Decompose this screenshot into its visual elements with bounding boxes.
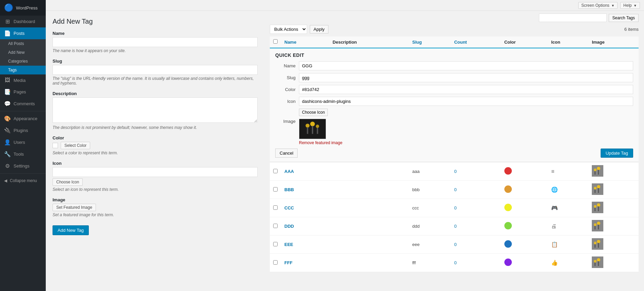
screen-options-button[interactable]: Screen Options ▼ (578, 2, 618, 9)
row-checkbox[interactable] (273, 205, 278, 210)
svg-point-8 (594, 169, 597, 171)
select-all-checkbox[interactable] (273, 39, 278, 44)
sidebar-item-pages[interactable]: 📑 Pages (0, 86, 46, 98)
tag-name-link[interactable]: CCC (284, 205, 294, 210)
row-checkbox[interactable] (273, 224, 278, 228)
svg-point-23 (594, 223, 597, 226)
slug-input[interactable] (53, 65, 258, 75)
qe-color-input[interactable] (299, 85, 633, 94)
sidebar-item-dashboard[interactable]: ⊞ Dashboard (0, 16, 46, 27)
row-checkbox[interactable] (273, 242, 278, 246)
cancel-button[interactable]: Cancel (275, 149, 298, 158)
sidebar-item-categories[interactable]: Categories (0, 57, 46, 66)
description-hint: The description is not prominent by defa… (53, 125, 258, 130)
tag-count-link[interactable]: 0 (454, 224, 457, 229)
sidebar-item-all-posts[interactable]: All Posts (0, 39, 46, 48)
collapse-icon: ◀ (4, 178, 7, 183)
svg-rect-12 (592, 183, 603, 195)
svg-rect-31 (598, 243, 599, 248)
color-label: Color (53, 135, 258, 140)
col-name[interactable]: Name (281, 37, 329, 48)
quick-edit-title: QUICK EDIT (275, 52, 633, 58)
tag-icon-symbol: 🎮 (551, 205, 558, 211)
select-color-button[interactable]: Select Color (61, 142, 90, 149)
svg-rect-10 (595, 171, 596, 175)
choose-icon-button[interactable]: Choose Icon (53, 178, 83, 186)
tag-count-link[interactable]: 0 (454, 187, 457, 192)
tag-name-link[interactable]: FFF (284, 260, 293, 265)
tag-list-panel: Search Tags Bulk Actions Apply 6 items (264, 11, 644, 291)
table-row: FFF fff 0 👍 (270, 254, 639, 272)
sidebar-item-comments[interactable]: 💬 Comments (0, 98, 46, 110)
svg-rect-15 (595, 189, 596, 193)
tag-count-link[interactable]: 0 (454, 205, 457, 210)
row-checkbox[interactable] (273, 169, 278, 173)
tag-name-link[interactable]: DDD (284, 224, 294, 229)
slug-field-row: Slug The "slug" is the URL-friendly vers… (53, 59, 258, 86)
svg-point-14 (597, 185, 600, 188)
description-input[interactable] (53, 97, 258, 123)
tag-count-link[interactable]: 0 (454, 242, 457, 247)
search-tags-button[interactable]: Search Tags (609, 14, 639, 22)
qe-slug-input[interactable] (299, 73, 633, 82)
col-image: Image (588, 37, 639, 48)
sidebar-item-add-new[interactable]: Add New (0, 48, 46, 57)
qe-choose-icon-button[interactable]: Choose Icon (299, 109, 328, 116)
sidebar-item-plugins[interactable]: 🔌 Plugins (0, 125, 46, 136)
description-field-row: Description The description is not promi… (53, 91, 258, 130)
name-input[interactable] (53, 37, 258, 47)
row-checkbox[interactable] (273, 187, 278, 192)
qe-choose-icon-row: Choose Icon (275, 109, 633, 116)
name-field-row: Name The name is how it appears on your … (53, 31, 258, 53)
apply-button[interactable]: Apply (310, 25, 328, 33)
svg-rect-26 (598, 225, 599, 229)
tag-icon-symbol: 👍 (551, 260, 558, 266)
sidebar-item-settings[interactable]: ⚙ Settings (0, 160, 46, 172)
tag-description (329, 236, 409, 254)
set-featured-image-button[interactable]: Set Featured Image (53, 204, 96, 211)
bulk-actions-select[interactable]: Bulk Actions (270, 25, 307, 34)
tags-label: Tags (8, 68, 17, 72)
tag-description (329, 162, 409, 181)
all-posts-label: All Posts (8, 41, 24, 46)
svg-rect-17 (592, 202, 603, 213)
tag-slug: aaa (409, 162, 451, 181)
qe-name-input[interactable] (299, 61, 633, 70)
tag-count-link[interactable]: 0 (454, 260, 457, 265)
svg-rect-5 (312, 126, 313, 134)
sidebar-item-media[interactable]: 🖼 Media (0, 74, 46, 86)
qe-icon-label: Icon (275, 99, 296, 104)
icon-input[interactable] (53, 167, 258, 177)
sidebar-item-posts[interactable]: 📄 Posts (0, 27, 46, 39)
tag-name-link[interactable]: AAA (284, 169, 294, 174)
svg-rect-35 (595, 263, 596, 266)
svg-point-1 (306, 124, 310, 128)
quick-edit-row: QUICK EDIT Name Slug (270, 48, 639, 162)
topbar: Screen Options ▼ Help ▼ (46, 0, 644, 11)
svg-rect-30 (595, 244, 596, 248)
update-tag-button[interactable]: Update Tag (601, 149, 633, 158)
search-input[interactable] (539, 14, 607, 22)
help-button[interactable]: Help ▼ (620, 2, 640, 9)
table-row: DDD ddd 0 🖨 (270, 217, 639, 236)
tag-color-circle (504, 204, 512, 211)
col-slug[interactable]: Slug (409, 37, 451, 48)
add-new-tag-button[interactable]: Add New Tag (53, 225, 89, 235)
sidebar-item-appearance[interactable]: 🎨 Appearance (0, 113, 46, 125)
tag-count-link[interactable]: 0 (454, 169, 457, 174)
sidebar-item-tags[interactable]: Tags (0, 66, 46, 74)
qe-icon-row: Icon (275, 97, 633, 106)
sidebar-item-tools[interactable]: 🔧 Tools (0, 148, 46, 160)
name-hint: The name is how it appears on your site. (53, 48, 258, 53)
sidebar-item-label: Dashboard (14, 19, 35, 24)
sidebar-item-users[interactable]: 👤 Users (0, 136, 46, 148)
row-checkbox[interactable] (273, 260, 278, 265)
image-hint: Set a featured image for this term. (53, 212, 258, 217)
tag-name-link[interactable]: EEE (284, 242, 293, 247)
collapse-menu[interactable]: ◀ Collapse menu (0, 175, 46, 186)
qe-image-label: Image (275, 119, 296, 124)
tag-name-link[interactable]: BBB (284, 187, 294, 192)
qe-icon-input[interactable] (299, 97, 633, 106)
remove-featured-image-link[interactable]: Remove featured image (299, 140, 342, 145)
col-count[interactable]: Count (451, 37, 501, 48)
